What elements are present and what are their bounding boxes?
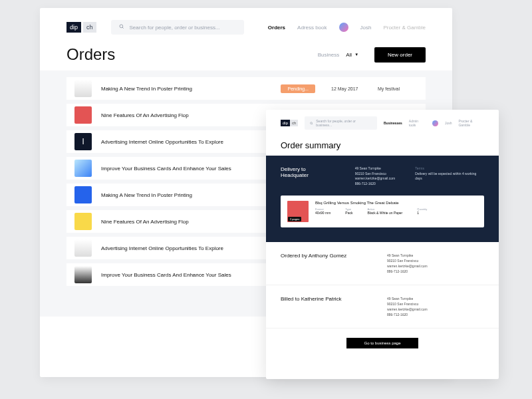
svg-line-1 bbox=[122, 27, 124, 29]
order-summary-card: dip ch Search for people, order or busin… bbox=[266, 110, 499, 379]
top-nav: Orders Adress book Josh Procter & Gamble bbox=[268, 23, 426, 32]
nav-orders[interactable]: Orders bbox=[268, 25, 285, 31]
svg-point-2 bbox=[311, 122, 313, 124]
nav-user[interactable]: Josh bbox=[445, 121, 452, 125]
logo-left: dip bbox=[281, 120, 290, 126]
logo-left: dip bbox=[66, 22, 81, 33]
svg-point-0 bbox=[120, 25, 123, 28]
order-row[interactable]: Making A New Trend In Poster Printing Pe… bbox=[66, 77, 426, 100]
nav-user[interactable]: Josh bbox=[360, 25, 372, 31]
page-header: Orders Business All ▼ New order bbox=[66, 45, 426, 64]
order-thumbnail bbox=[74, 80, 92, 97]
ordered-by-section: Ordered by Anthony Gomez 49 Sean Turnpik… bbox=[266, 242, 499, 285]
order-thumbnail bbox=[74, 186, 92, 203]
order-thumbnail bbox=[74, 239, 92, 257]
logo-right: ch bbox=[290, 120, 298, 126]
nav-company[interactable]: Procter & Gamble bbox=[383, 25, 426, 31]
ordered-by-heading: Ordered by Anthony Gomez bbox=[281, 253, 360, 274]
nav-admin-tools[interactable]: Admin tools bbox=[409, 119, 426, 127]
pages-badge: 2 pages bbox=[288, 217, 301, 221]
delivery-terms: Terms Delivery will be expected within 4… bbox=[415, 166, 484, 182]
order-thumbnail: l bbox=[74, 133, 92, 150]
status-badge-pending: Pending... bbox=[281, 84, 315, 93]
summary-nav: Businesses Admin tools Josh Procter & Ga… bbox=[384, 119, 484, 127]
go-to-business-button[interactable]: Go to business page bbox=[346, 338, 418, 348]
billed-to-section: Billed to Katherine Patrick 49 Sean Turn… bbox=[266, 285, 499, 329]
search-icon bbox=[310, 122, 313, 125]
order-date: 12 May 2017 bbox=[331, 86, 378, 91]
summary-footer: Go to business page bbox=[266, 329, 499, 359]
order-thumbnail bbox=[74, 160, 92, 177]
nav-businesses[interactable]: Businesses bbox=[384, 121, 402, 125]
search-icon bbox=[119, 24, 124, 31]
avatar[interactable] bbox=[432, 120, 438, 126]
order-item[interactable]: 2 pages Bbq Grilling Versus Smoking The … bbox=[281, 196, 484, 227]
search-input[interactable]: Search for people, order or business... bbox=[305, 116, 377, 130]
search-input[interactable]: Search for people, order or business... bbox=[111, 20, 244, 35]
item-thumbnail: 2 pages bbox=[287, 201, 309, 222]
billed-to-details: 49 Sean Turnpike 90210 San Francisco war… bbox=[387, 296, 428, 317]
delivery-heading: Delivery to Headquater bbox=[281, 166, 335, 178]
delivery-block: Delivery to Headquater 49 Sean Turnpike … bbox=[266, 156, 499, 242]
nav-adress-book[interactable]: Adress book bbox=[297, 25, 327, 31]
summary-title: Order summary bbox=[266, 136, 499, 156]
order-thumbnail bbox=[74, 266, 92, 283]
logo[interactable]: dip ch bbox=[281, 120, 298, 126]
avatar[interactable] bbox=[339, 23, 348, 32]
summary-topbar: dip ch Search for people, order or busin… bbox=[266, 110, 499, 136]
filter-value[interactable]: All bbox=[346, 52, 352, 58]
action-value: Black & White on Paper bbox=[367, 211, 402, 215]
page-title: Orders bbox=[66, 45, 318, 64]
item-body: Bbq Grilling Versus Smoking The Great De… bbox=[315, 201, 477, 215]
search-placeholder: Search for people, order or business... bbox=[316, 119, 372, 127]
delivery-address: 49 Sean Turnpike 90210 San Francisco war… bbox=[355, 166, 396, 186]
nav-company[interactable]: Procter & Gamble bbox=[458, 119, 484, 127]
item-title: Bbq Grilling Versus Smoking The Great De… bbox=[315, 201, 477, 205]
search-placeholder: Search for people, order or business... bbox=[130, 25, 220, 31]
order-thumbnail bbox=[74, 213, 92, 230]
format-value: 40x90 mm bbox=[315, 211, 331, 215]
logo-right: ch bbox=[83, 22, 96, 33]
order-context: My festival bbox=[378, 86, 418, 91]
order-title: Making A New Trend In Poster Printing bbox=[101, 86, 281, 92]
quantity-value: 1 bbox=[417, 211, 427, 215]
topbar: dip ch Search for people, order or busin… bbox=[66, 20, 426, 35]
billed-to-heading: Billed to Katherine Patrick bbox=[281, 296, 360, 317]
logo[interactable]: dip ch bbox=[66, 22, 96, 33]
chevron-down-icon[interactable]: ▼ bbox=[354, 53, 358, 57]
order-thumbnail bbox=[74, 106, 92, 124]
ordered-by-details: 49 Sean Turnpike 90210 San Francisco war… bbox=[387, 253, 428, 274]
new-order-button[interactable]: New order bbox=[374, 47, 426, 63]
type-value: Pack bbox=[345, 211, 352, 215]
filter-label: Business bbox=[318, 52, 339, 58]
svg-line-3 bbox=[312, 124, 313, 124]
